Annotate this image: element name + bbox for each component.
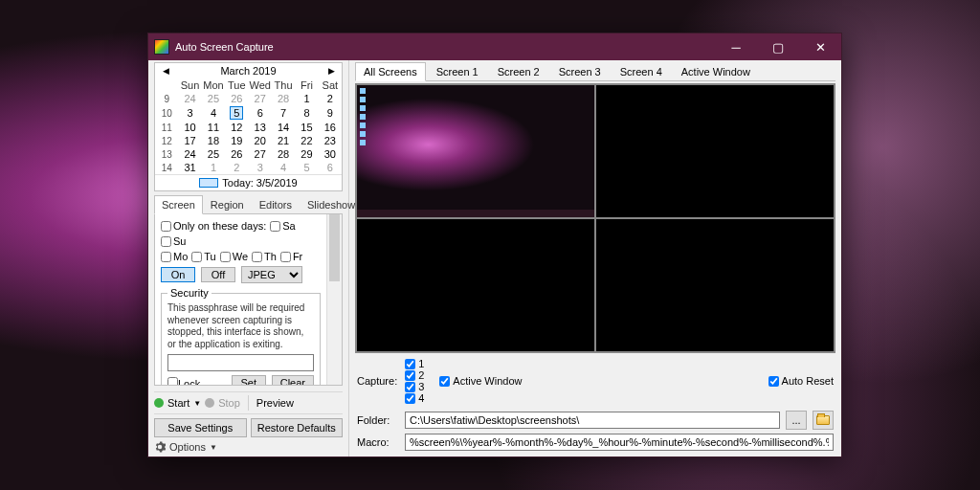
rtab-screen 1[interactable]: Screen 1 (428, 62, 487, 80)
calendar-day[interactable]: 24 (178, 147, 201, 161)
capture-3-checkbox[interactable]: 3 (405, 381, 424, 392)
format-select[interactable]: JPEG (241, 266, 302, 283)
calendar-day[interactable]: 27 (249, 92, 272, 105)
maximize-button[interactable]: ▢ (757, 33, 799, 60)
calendar-day[interactable]: 2 (319, 92, 342, 105)
calendar-today-link[interactable]: Today: 3/5/2019 (155, 174, 342, 190)
day-fr-checkbox[interactable]: Fr (280, 251, 302, 262)
calendar-day[interactable]: 4 (272, 161, 295, 174)
calendar-day[interactable]: 5 (225, 105, 248, 121)
capture-1-checkbox[interactable]: 1 (405, 358, 424, 369)
calendar-day[interactable]: 27 (249, 147, 272, 161)
day-tu-checkbox[interactable]: Tu (191, 251, 215, 262)
calendar-day[interactable]: 11 (202, 121, 225, 134)
passphrase-input[interactable] (167, 354, 314, 371)
calendar-day[interactable]: 16 (319, 121, 342, 134)
auto-reset-checkbox[interactable]: Auto Reset (768, 375, 834, 387)
close-button[interactable]: ✕ (799, 33, 841, 60)
calendar-day[interactable]: 19 (225, 134, 248, 147)
calendar[interactable]: ◀ March 2019 ▶ SunMonTueWedThuFriSat 924… (154, 62, 343, 191)
browse-folder-button[interactable]: ... (786, 411, 807, 430)
macro-input[interactable] (405, 434, 834, 451)
preview-button[interactable]: Preview (256, 397, 294, 409)
day-th-checkbox[interactable]: Th (252, 251, 277, 262)
calendar-next-button[interactable]: ▶ (324, 66, 338, 76)
tab-region[interactable]: Region (203, 195, 252, 213)
open-folder-button[interactable] (813, 411, 834, 430)
calendar-day[interactable]: 1 (202, 161, 225, 174)
calendar-day[interactable]: 13 (249, 121, 272, 134)
start-button[interactable]: Start (167, 397, 189, 409)
stop-button[interactable]: Stop (218, 397, 240, 409)
calendar-day[interactable]: 22 (295, 134, 318, 147)
calendar-day[interactable]: 1 (295, 92, 318, 105)
calendar-day[interactable]: 15 (295, 121, 318, 134)
preview-cell-3[interactable] (356, 218, 595, 352)
rtab-screen 3[interactable]: Screen 3 (550, 62, 610, 80)
calendar-day[interactable]: 28 (272, 147, 295, 161)
calendar-day[interactable]: 4 (202, 105, 225, 121)
calendar-day[interactable]: 5 (295, 161, 318, 174)
calendar-day[interactable]: 26 (225, 92, 248, 105)
calendar-day[interactable]: 25 (202, 92, 225, 105)
calendar-day[interactable]: 8 (295, 105, 318, 121)
preview-cell-4[interactable] (595, 218, 835, 352)
calendar-day[interactable]: 30 (319, 147, 342, 161)
calendar-day[interactable]: 2 (225, 161, 248, 174)
calendar-day[interactable]: 24 (178, 92, 201, 105)
calendar-day[interactable]: 28 (272, 92, 295, 105)
preview-cell-2[interactable] (595, 84, 835, 218)
rtab-screen 2[interactable]: Screen 2 (489, 62, 548, 80)
calendar-day[interactable]: 12 (225, 121, 248, 134)
tab-editors[interactable]: Editors (252, 195, 300, 213)
calendar-day[interactable]: 6 (249, 105, 272, 121)
rtab-screen 4[interactable]: Screen 4 (612, 62, 671, 80)
calendar-day[interactable]: 7 (272, 105, 295, 121)
calendar-day[interactable]: 29 (295, 147, 318, 161)
calendar-day[interactable]: 14 (272, 121, 295, 134)
only-days-checkbox[interactable]: Only on these days: (161, 220, 266, 232)
calendar-day[interactable]: 23 (319, 134, 342, 147)
off-button[interactable]: Off (201, 267, 235, 282)
capture-active-window-checkbox[interactable]: Active Window (439, 375, 522, 387)
preview-grid (355, 83, 835, 353)
calendar-day[interactable]: 18 (202, 134, 225, 147)
start-dropdown-icon[interactable]: ▼ (193, 399, 201, 408)
calendar-day[interactable]: 25 (202, 147, 225, 161)
preview-cell-1[interactable] (356, 84, 595, 218)
lock-checkbox[interactable]: Lock (167, 377, 200, 387)
titlebar[interactable]: Auto Screen Capture ─ ▢ ✕ (148, 33, 841, 60)
day-sa-checkbox[interactable]: Sa (270, 220, 295, 232)
calendar-day[interactable]: 6 (319, 161, 342, 174)
panel-scrollbar[interactable] (326, 214, 342, 385)
capture-2-checkbox[interactable]: 2 (405, 369, 424, 381)
on-button[interactable]: On (161, 267, 195, 282)
calendar-day[interactable]: 3 (249, 161, 272, 174)
calendar-day[interactable]: 31 (178, 161, 201, 174)
capture-4-checkbox[interactable]: 4 (405, 392, 424, 404)
set-button[interactable]: Set (232, 375, 266, 386)
calendar-prev-button[interactable]: ◀ (159, 66, 172, 76)
tab-screen[interactable]: Screen (154, 195, 203, 214)
calendar-day[interactable]: 17 (178, 134, 201, 147)
minimize-button[interactable]: ─ (715, 33, 757, 60)
restore-defaults-button[interactable]: Restore Defaults (251, 418, 344, 437)
calendar-day[interactable]: 26 (225, 147, 248, 161)
calendar-day[interactable]: 20 (249, 134, 272, 147)
save-settings-button[interactable]: Save Settings (154, 418, 247, 437)
security-text: This passphrase will be required wheneve… (167, 302, 314, 350)
calendar-day[interactable]: 10 (178, 121, 201, 134)
capture-label: Capture: (357, 375, 397, 387)
calendar-day[interactable]: 9 (319, 105, 342, 121)
calendar-title[interactable]: March 2019 (220, 65, 276, 77)
day-we-checkbox[interactable]: We (220, 251, 248, 262)
clear-button[interactable]: Clear (272, 375, 314, 386)
options-button[interactable]: Options ▼ (154, 441, 343, 453)
rtab-all screens[interactable]: All Screens (355, 62, 426, 81)
day-su-checkbox[interactable]: Su (161, 235, 186, 247)
folder-input[interactable] (405, 412, 780, 429)
day-mo-checkbox[interactable]: Mo (161, 251, 188, 262)
calendar-day[interactable]: 21 (272, 134, 295, 147)
rtab-active window[interactable]: Active Window (673, 62, 759, 80)
calendar-day[interactable]: 3 (178, 105, 201, 121)
